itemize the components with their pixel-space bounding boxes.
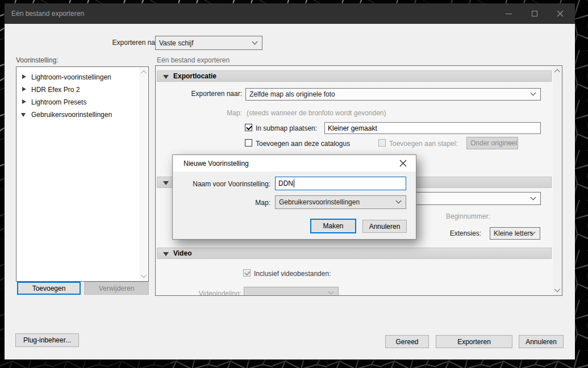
subfolder-checkbox[interactable] — [245, 124, 252, 131]
window-titlebar: Eén bestand exporteren — [5, 3, 575, 24]
tree-item-label: Lightroom-voorinstellingen — [31, 73, 111, 81]
done-button[interactable]: Gereed — [385, 335, 429, 348]
modal-close-button[interactable] — [393, 156, 412, 170]
preset-name-value: DDN — [278, 179, 293, 187]
sidebar-item-lightroom-presets[interactable]: Lightroom Presets — [16, 96, 148, 108]
maximize-icon — [532, 11, 537, 16]
export-button[interactable]: Exporteren — [436, 335, 512, 348]
add-to-stack-label: Toevoegen aan stapel: — [389, 140, 458, 148]
collapsed-triangle-icon[interactable] — [22, 87, 26, 91]
preset-list-scrollbar[interactable] — [139, 68, 148, 281]
stack-position-dropdown: Onder origineel — [466, 137, 518, 149]
add-preset-button[interactable]: Toevoegen — [17, 282, 81, 295]
panel-export-to-dropdown[interactable]: Zelfde map als originele foto — [245, 88, 541, 101]
add-to-catalog-checkbox[interactable] — [245, 139, 252, 147]
subfolder-label: In submap plaatsen: — [256, 124, 317, 132]
section-expanded-icon — [163, 181, 169, 185]
maximize-button[interactable] — [522, 3, 547, 24]
sidebar-item-lightroom-voorinstellingen[interactable]: Lightroom-voorinstellingen — [16, 71, 148, 83]
export-to-label: Exporteren naar: — [50, 39, 163, 47]
sidebar-item-gebruikersvoorinstellingen[interactable]: Gebruikersvoorinstellingen — [16, 108, 148, 121]
close-icon — [557, 10, 564, 17]
modal-folder-label: Map: — [184, 199, 270, 207]
section-expanded-icon — [163, 252, 169, 256]
panel-scrollbar[interactable] — [553, 66, 561, 295]
export-dialog: Eén bestand exporteren Exporteren naar: … — [5, 3, 575, 359]
export-to-dropdown[interactable]: Vaste schijf — [155, 36, 262, 50]
window-controls — [496, 3, 573, 24]
scroll-up-icon[interactable] — [554, 69, 560, 75]
minimize-button[interactable] — [496, 3, 522, 24]
footer-cancel-button[interactable]: Annuleren — [519, 335, 564, 348]
modal-folder-dropdown[interactable]: Gebruikersvoorinstellingen — [275, 195, 406, 209]
scroll-down-icon[interactable] — [554, 287, 560, 292]
sidebar-item-hdr-efex-pro-2[interactable]: HDR Efex Pro 2 — [16, 83, 148, 96]
remove-preset-button: Verwijderen — [84, 282, 149, 295]
preset-list: Lightroom-voorinstellingen HDR Efex Pro … — [16, 66, 149, 282]
collapsed-triangle-icon[interactable] — [22, 99, 26, 104]
extensions-dropdown[interactable]: Kleine letters — [490, 227, 540, 240]
tree-item-label: HDR Efex Pro 2 — [31, 86, 80, 94]
tree-item-label: Gebruikersvoorinstellingen — [31, 111, 112, 119]
chevron-down-icon — [531, 90, 536, 96]
expanded-triangle-icon[interactable] — [21, 113, 26, 117]
export-to-value: Vaste schijf — [159, 39, 193, 47]
video-format-dropdown — [244, 287, 339, 296]
chevron-down-icon — [396, 198, 402, 204]
modal-titlebar: Nieuwe Voorinstelling — [173, 155, 416, 172]
chevron-down-icon — [328, 289, 334, 295]
preset-name-input[interactable]: DDN — [275, 177, 406, 190]
window-title: Eén bestand exporteren — [5, 10, 84, 18]
include-video-label: Inclusief videobestanden: — [254, 270, 331, 278]
new-preset-modal: Nieuwe Voorinstelling Naam voor Voorinst… — [172, 154, 416, 240]
add-to-stack-checkbox — [378, 139, 386, 147]
add-to-catalog-label: Toevoegen aan deze catalogus — [256, 140, 350, 148]
modal-title: Nieuwe Voorinstelling — [173, 160, 249, 168]
panel-export-to-label: Exporteren naar: — [156, 90, 242, 98]
map-note: (steeds wanneer de bronfoto wordt gevond… — [247, 109, 386, 117]
create-preset-button[interactable]: Maken — [310, 219, 356, 233]
extensions-value: Kleine letters — [494, 229, 533, 237]
section-video-header[interactable]: Video — [157, 248, 552, 259]
tree-item-label: Lightroom Presets — [31, 98, 86, 106]
preset-name-label: Naam voor Voorinstelling: — [184, 180, 270, 188]
section-title: Video — [173, 249, 191, 257]
scroll-down-icon[interactable] — [141, 273, 147, 278]
modal-cancel-button[interactable]: Annuleren — [362, 220, 407, 233]
preset-list-label: Voorinstelling: — [16, 56, 59, 64]
include-video-checkbox — [243, 269, 251, 277]
panel-header-label: Eén bestand exporteren — [157, 56, 230, 64]
minimize-icon — [506, 14, 512, 14]
modal-folder-value: Gebruikersvoorinstellingen — [279, 198, 360, 206]
close-icon — [399, 160, 407, 167]
text-caret — [294, 179, 294, 187]
section-title: Exportlocatie — [173, 72, 216, 80]
collapsed-triangle-icon[interactable] — [22, 74, 26, 79]
video-format-label: Videoindeling: — [156, 290, 241, 296]
chevron-down-icon — [252, 39, 258, 44]
panel-export-to-value: Zelfde map als originele foto — [249, 90, 335, 98]
chevron-down-icon — [531, 194, 536, 200]
scroll-up-icon[interactable] — [141, 70, 147, 76]
plugin-manager-button[interactable]: Plug-inbeheer... — [15, 333, 79, 347]
section-exportlocatie-header[interactable]: Exportlocatie — [157, 70, 552, 82]
subfolder-name-input[interactable] — [324, 122, 541, 134]
map-label: Map: — [156, 109, 242, 117]
section-expanded-icon — [163, 75, 169, 79]
close-button[interactable] — [547, 3, 573, 24]
